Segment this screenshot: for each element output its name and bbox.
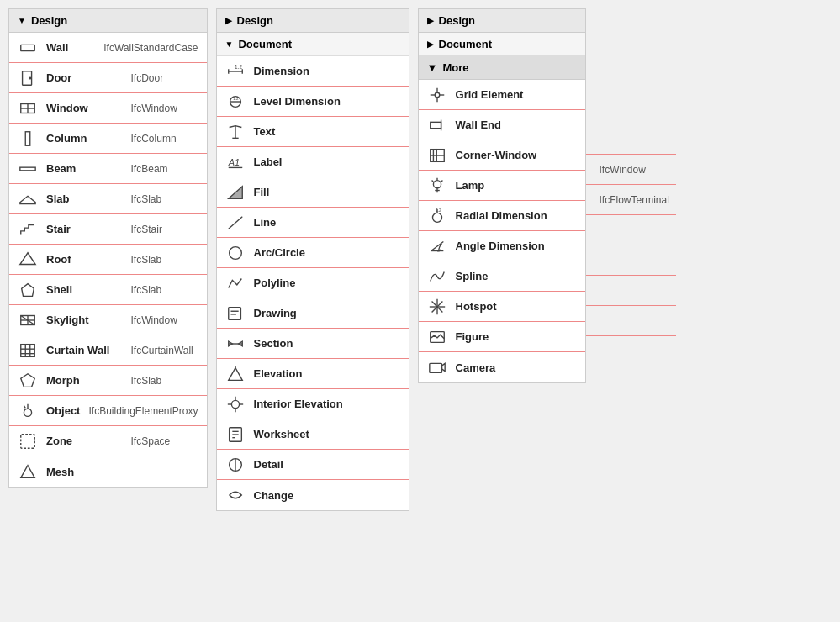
design-row-ifc: IfcBeam [131,163,198,175]
more-row-wall-end[interactable]: Wall End [419,110,585,140]
document-row-text[interactable]: Text [217,117,409,147]
design-row-column[interactable]: Column IfcColumn [9,124,207,154]
svg-point-61 [435,92,440,98]
more-row-label: Figure [456,330,577,343]
design-row-object[interactable]: Object IfcBuildingElementProxy [9,396,207,426]
design-row-morph[interactable]: Morph IfcSlab [9,366,207,396]
svg-rect-24 [21,434,35,448]
svg-point-72 [433,180,441,187]
design-row-window[interactable]: Window IfcWindow [9,93,207,124]
door-icon [18,68,38,88]
design-row-beam[interactable]: Beam IfcBeam [9,154,207,184]
document-row-line[interactable]: Line [217,208,409,238]
arc-circle-icon [225,243,246,263]
document-row-change[interactable]: Change [217,480,409,510]
more-row-spline[interactable]: Spline [419,261,585,292]
more-row-label: Camera [456,361,577,374]
design-row-slab[interactable]: Slab IfcSlab [9,184,207,214]
more-more-header[interactable]: ▼ More [419,56,585,80]
document-row-elevation[interactable]: Elevation [217,359,409,389]
design-row-roof[interactable]: Roof IfcSlab [9,245,207,275]
more-row-label: Hotspot [456,300,577,313]
svg-line-39 [228,216,242,229]
design-row-mesh[interactable]: Mesh [9,456,207,487]
design-row-curtain-wall[interactable]: Curtain Wall IfcCurtainWall [9,335,207,366]
design-row-label: Object [46,404,80,417]
more-row-ifc: IfcWindow [600,164,646,176]
design-row-label: Curtain Wall [46,344,123,356]
document-section-header[interactable]: ▼ Document [217,33,409,56]
more-row-label: Radial Dimension [456,209,577,222]
more-design-header[interactable]: ▶ Design [419,9,585,33]
mesh-icon [18,461,38,482]
document-design-header[interactable]: ▶ Design [217,9,409,33]
design-row-zone[interactable]: Zone IfcSpace [9,426,207,456]
design-panel-header[interactable]: ▼ Design [9,9,207,33]
camera-icon [427,357,447,377]
svg-point-78 [432,213,441,222]
design-row-skylight[interactable]: Skylight IfcWindow [9,305,207,335]
document-row-label: Fill [254,186,400,198]
more-document-header[interactable]: ▶ Document [419,33,585,56]
more-row-corner-window[interactable]: Corner-Window [419,140,585,171]
design-row-shell[interactable]: Shell IfcSlab [9,275,207,305]
design-row-ifc: IfcDoor [131,72,198,84]
slab-icon [18,189,38,209]
more-document-arrow[interactable]: ▶ [427,40,434,49]
more-more-arrow[interactable]: ▼ [427,61,438,74]
more-row-hotspot[interactable]: Hotspot [419,292,585,322]
document-row-level-dimension[interactable]: 1.2 Level Dimension [217,87,409,117]
more-design-arrow[interactable]: ▶ [427,16,434,25]
document-row-label: Arc/Circle [254,246,400,259]
document-section-arrow[interactable]: ▼ [225,40,234,49]
beam-icon [18,159,38,179]
morph-icon [18,371,38,391]
more-row-lamp[interactable]: Lamp [419,171,585,201]
column-icon [18,129,38,149]
more-row-radial-dimension[interactable]: 1.2 Radial Dimension [419,201,585,231]
document-row-label[interactable]: A1 Label [217,147,409,177]
radial-dimension-icon: 1.2 [427,206,447,226]
document-design-arrow[interactable]: ▶ [225,16,232,25]
document-row-dimension[interactable]: 1.2 Dimension [217,56,409,87]
design-row-wall[interactable]: Wall IfcWallStandardCase [9,33,207,63]
document-row-worksheet[interactable]: Worksheet [217,419,409,450]
document-row-label: Dimension [254,65,400,77]
more-rows: Grid Element Wall End Corner-Window Lamp… [419,80,585,382]
svg-rect-7 [20,167,35,171]
design-row-door[interactable]: Door IfcDoor [9,63,207,93]
document-row-detail[interactable]: Detail [217,450,409,480]
svg-text:1.2: 1.2 [233,97,239,101]
document-row-arc-circle[interactable]: Arc/Circle [217,238,409,268]
document-row-interior-elevation[interactable]: Interior Elevation [217,389,409,419]
svg-marker-9 [20,252,35,264]
ifc-labels-column: IfcWindowIfcFlowTerminal [586,8,676,397]
lamp-icon [427,176,447,196]
design-rows: Wall IfcWallStandardCase Door IfcDoor Wi… [9,33,207,487]
document-panel: ▶ Design ▼ Document 1.2 Dimension 1.2 Le… [216,8,409,511]
design-collapse-arrow[interactable]: ▼ [18,16,26,25]
document-row-section[interactable]: Section [217,329,409,359]
design-row-stair[interactable]: Stair IfcStair [9,214,207,245]
interior-elevation-icon [225,394,246,414]
shell-icon [18,280,38,300]
design-row-label: Slab [46,192,123,205]
svg-marker-8 [20,196,35,203]
section-icon [225,334,246,354]
more-row-angle-dimension[interactable]: α° Angle Dimension [419,231,585,261]
more-row-figure[interactable]: Figure [419,322,585,352]
design-panel: ▼ Design Wall IfcWallStandardCase Door I… [8,8,208,488]
document-row-drawing[interactable]: Drawing [217,298,409,329]
svg-line-75 [441,180,442,182]
svg-text:A1: A1 [227,156,239,166]
design-row-label: Morph [46,374,123,387]
design-row-label: Column [46,132,123,145]
document-row-fill[interactable]: Fill [217,177,409,208]
spline-icon [427,266,447,287]
angle-dimension-icon: α° [427,236,447,256]
more-row-camera[interactable]: Camera [419,352,585,382]
line-icon [225,213,246,233]
more-row-grid-element[interactable]: Grid Element [419,80,585,110]
svg-rect-15 [21,344,35,356]
document-row-polyline[interactable]: Polyline [217,268,409,298]
